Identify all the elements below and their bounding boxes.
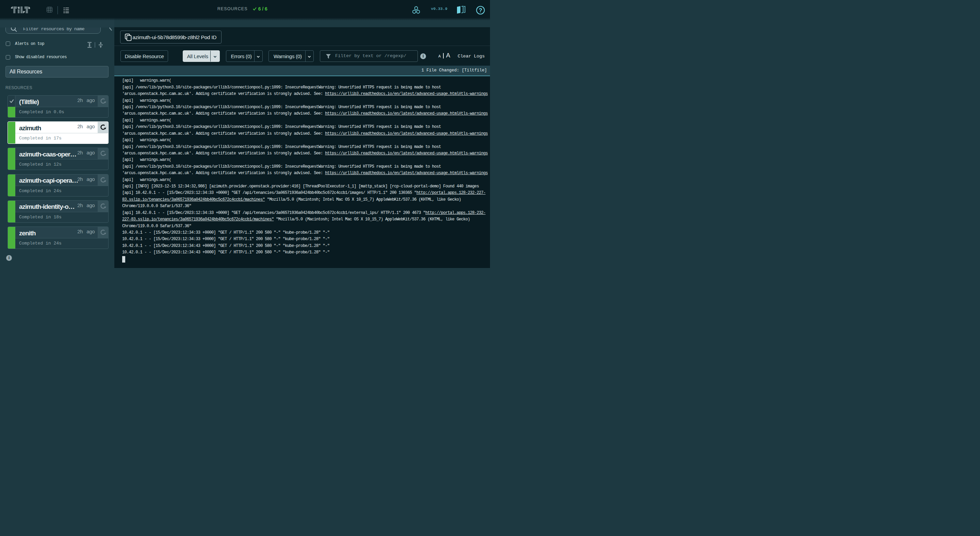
svg-text:?: ? (479, 7, 482, 13)
